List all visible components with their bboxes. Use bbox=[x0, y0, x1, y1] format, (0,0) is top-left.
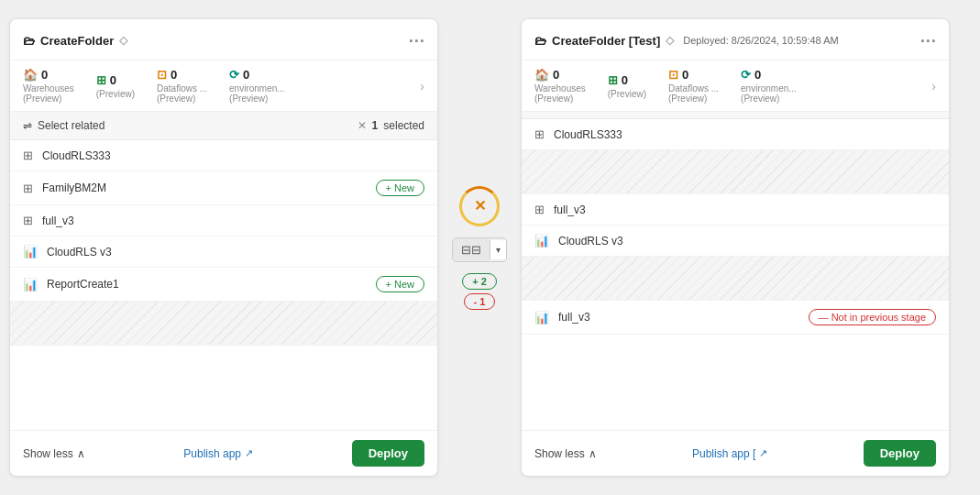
list-item[interactable]: 📊 full_v3 — Not in previous stage bbox=[522, 301, 949, 335]
left-stat-warehouses-label: Warehouses(Preview) bbox=[23, 83, 74, 104]
right-deploy-button[interactable]: Deploy bbox=[864, 440, 936, 467]
right-panel-more-icon[interactable]: ⋯ bbox=[919, 30, 936, 50]
grid-icon: ⊞ bbox=[534, 127, 545, 141]
publish-app-button[interactable]: Publish app ↗ bbox=[183, 447, 253, 460]
right-stat-preview: ⊞ 0 (Preview) bbox=[608, 73, 646, 99]
preview-icon: ⊞ bbox=[96, 73, 106, 87]
new-badge: + New bbox=[376, 276, 425, 292]
view-toggle-dropdown[interactable]: ▾ bbox=[490, 240, 506, 259]
right-spacer bbox=[522, 112, 949, 119]
select-related-left: ⇌ Select related bbox=[23, 119, 105, 132]
left-stat-preview-label: (Preview) bbox=[96, 89, 135, 99]
list-item[interactable]: 📊 CloudRLS v3 bbox=[522, 226, 949, 257]
preview-icon: ⊞ bbox=[608, 73, 618, 87]
chart-icon: 📊 bbox=[23, 245, 38, 258]
right-stat-dataflows-value: 0 bbox=[682, 68, 688, 82]
not-in-previous-badge: — Not in previous stage bbox=[809, 309, 936, 325]
list-item[interactable]: 📊 CloudRLS v3 bbox=[10, 236, 437, 268]
warehouse-icon: 🏠 bbox=[534, 68, 549, 82]
hatched-placeholder bbox=[522, 257, 949, 301]
item-name: CloudRLS333 bbox=[42, 149, 424, 162]
right-panel-diamond-icon: ◇ bbox=[666, 34, 674, 47]
left-panel-footer: Show less ∧ Publish app ↗ Deploy bbox=[10, 430, 437, 476]
deployed-info: Deployed: 8/26/2024, 10:59:48 AM bbox=[683, 35, 838, 46]
view-toggle: ⊟⊟ ▾ bbox=[452, 237, 507, 262]
left-stat-preview-value: 0 bbox=[110, 73, 116, 87]
right-panel-title: 🗁 CreateFolder [Test] ◇ Deployed: 8/26/2… bbox=[534, 34, 839, 48]
left-panel-title-text: CreateFolder bbox=[40, 34, 114, 48]
right-stat-warehouses-value: 0 bbox=[553, 68, 559, 82]
new-badge: + New bbox=[376, 180, 425, 196]
right-publish-app-button[interactable]: Publish app [ ↗ bbox=[692, 447, 767, 460]
left-list-items: ⊞ CloudRLS333 ⊞ FamilyBM2M + New ⊞ full_… bbox=[10, 140, 437, 430]
item-name: ReportCreate1 bbox=[47, 278, 367, 291]
grid-icon: ⊞ bbox=[23, 148, 33, 162]
selected-label: selected bbox=[383, 119, 424, 132]
right-stat-environments-value: 0 bbox=[754, 68, 761, 82]
right-deploy-label: Deploy bbox=[880, 446, 919, 460]
list-item[interactable]: ⊞ CloudRLS333 bbox=[522, 119, 949, 150]
grid-icon: ⊞ bbox=[23, 182, 33, 195]
item-name: CloudRLS v3 bbox=[558, 235, 936, 248]
left-panel-title: 🗁 CreateFolder ◇ bbox=[23, 34, 127, 48]
left-panel-diamond-icon: ◇ bbox=[119, 34, 127, 47]
left-stats-arrow[interactable]: › bbox=[420, 79, 424, 94]
list-item[interactable]: 📊 ReportCreate1 + New bbox=[10, 268, 437, 302]
right-panel-header: 🗁 CreateFolder [Test] ◇ Deployed: 8/26/2… bbox=[522, 19, 949, 60]
right-show-less-button[interactable]: Show less ∧ bbox=[534, 447, 597, 460]
chart-icon: 📊 bbox=[534, 234, 549, 248]
right-panel-folder-icon: 🗁 bbox=[534, 34, 546, 48]
right-panel: 🗁 CreateFolder [Test] ◇ Deployed: 8/26/2… bbox=[521, 18, 950, 477]
share-icon: ⇌ bbox=[23, 119, 32, 132]
left-stat-warehouses: 🏠 0 Warehouses(Preview) bbox=[23, 68, 74, 104]
right-stat-preview-value: 0 bbox=[622, 73, 628, 87]
middle-controls: ✕ ⊟⊟ ▾ + 2 - 1 bbox=[438, 186, 521, 310]
left-panel-header: 🗁 CreateFolder ◇ ⋯ bbox=[10, 19, 437, 60]
hatched-placeholder bbox=[10, 302, 437, 346]
right-stat-environments: ⟳ 0 environmen...(Preview) bbox=[741, 68, 797, 104]
list-item[interactable]: ⊞ full_v3 bbox=[10, 205, 437, 236]
diff-add-badge: + 2 bbox=[462, 273, 497, 290]
list-item[interactable]: ⊞ CloudRLS333 bbox=[10, 140, 437, 171]
left-stat-environments: ⟳ 0 environmen...(Preview) bbox=[229, 68, 285, 104]
diff-remove-badge: - 1 bbox=[464, 293, 496, 310]
right-stat-dataflows-label: Dataflows ...(Preview) bbox=[668, 83, 719, 104]
show-less-button[interactable]: Show less ∧ bbox=[23, 447, 85, 460]
list-item[interactable]: ⊞ full_v3 bbox=[522, 194, 949, 226]
left-panel-more-icon[interactable]: ⋯ bbox=[408, 30, 424, 50]
external-link-icon: ↗ bbox=[759, 447, 767, 459]
select-related-label: Select related bbox=[38, 119, 105, 132]
environments-icon: ⟳ bbox=[229, 68, 239, 82]
right-panel-footer: Show less ∧ Publish app [ ↗ Deploy bbox=[522, 430, 949, 476]
right-stats-row: 🏠 0 Warehouses(Preview) ⊞ 0 (Preview) ⊡ … bbox=[522, 60, 949, 112]
deploy-button[interactable]: Deploy bbox=[352, 440, 424, 467]
select-related-right: ✕ 1 selected bbox=[358, 119, 424, 132]
list-item[interactable]: ⊞ FamilyBM2M + New bbox=[10, 171, 437, 205]
item-name: full_v3 bbox=[558, 311, 799, 324]
external-link-icon: ↗ bbox=[245, 447, 253, 459]
dataflows-icon: ⊡ bbox=[668, 68, 678, 82]
chart-icon: 📊 bbox=[23, 278, 38, 292]
warehouse-icon: 🏠 bbox=[23, 68, 38, 82]
environments-icon: ⟳ bbox=[741, 68, 751, 82]
left-stats-row: 🏠 0 Warehouses(Preview) ⊞ 0 (Preview) ⊡ … bbox=[10, 60, 437, 112]
right-stats-arrow[interactable]: › bbox=[931, 79, 936, 94]
right-show-less-label: Show less bbox=[534, 447, 585, 460]
right-panel-title-text: CreateFolder [Test] bbox=[552, 34, 660, 48]
right-stat-warehouses: 🏠 0 Warehouses(Preview) bbox=[534, 68, 586, 104]
left-stat-warehouses-value: 0 bbox=[41, 68, 48, 82]
item-name: FamilyBM2M bbox=[42, 182, 367, 194]
item-name: CloudRLS v3 bbox=[47, 246, 424, 258]
right-list-items: ⊞ CloudRLS333 ⊞ full_v3 📊 CloudRLS v3 📊 … bbox=[522, 119, 949, 430]
sync-status-icon: ✕ bbox=[459, 186, 500, 226]
selected-count: 1 bbox=[372, 119, 379, 132]
left-panel: 🗁 CreateFolder ◇ ⋯ 🏠 0 Warehouses(Previe… bbox=[9, 18, 438, 477]
sync-x-icon: ✕ bbox=[474, 197, 486, 214]
left-stat-preview: ⊞ 0 (Preview) bbox=[96, 73, 135, 99]
right-stat-environments-label: environmen...(Preview) bbox=[741, 83, 797, 104]
publish-app-label: Publish app bbox=[183, 447, 241, 460]
item-name: full_v3 bbox=[42, 214, 424, 227]
right-stat-preview-label: (Preview) bbox=[608, 89, 646, 99]
view-toggle-split[interactable]: ⊟⊟ bbox=[453, 238, 490, 261]
close-selection-icon[interactable]: ✕ bbox=[358, 119, 367, 132]
